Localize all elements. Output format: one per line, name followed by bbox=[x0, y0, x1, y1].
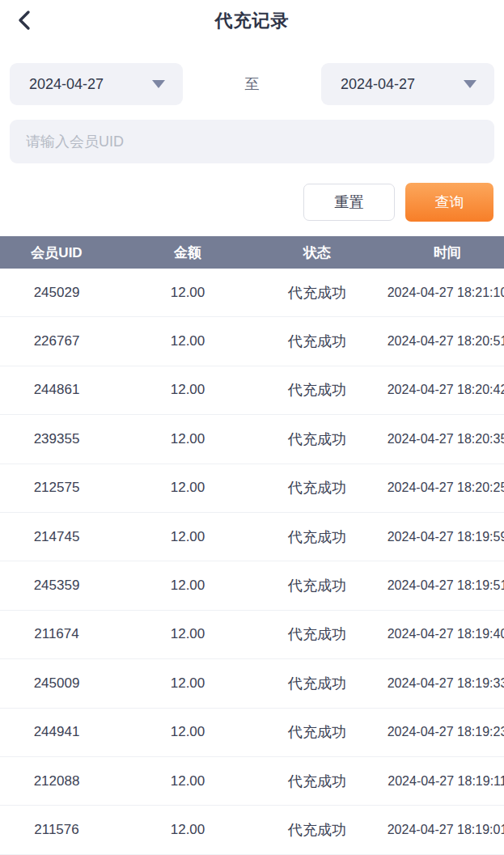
cell-time: 2024-04-27 18:19:59 bbox=[372, 530, 504, 544]
table-row: 211674 12.00 代充成功 2024-04-27 18:19:40 bbox=[0, 611, 504, 659]
date-from-value: 2024-04-27 bbox=[29, 76, 104, 93]
cell-member-uid: 245359 bbox=[0, 578, 113, 594]
table-row: 245029 12.00 代充成功 2024-04-27 18:21:10 bbox=[0, 269, 504, 317]
cell-amount: 12.00 bbox=[113, 382, 262, 398]
reset-button[interactable]: 重置 bbox=[303, 184, 395, 221]
page-title: 代充记录 bbox=[215, 9, 290, 33]
filter-actions: 重置 查询 bbox=[10, 183, 493, 222]
cell-time: 2024-04-27 18:20:51 bbox=[372, 334, 504, 349]
cell-amount: 12.00 bbox=[113, 333, 262, 349]
cell-member-uid: 245009 bbox=[0, 675, 113, 692]
date-to-value: 2024-04-27 bbox=[341, 76, 415, 93]
cell-status: 代充成功 bbox=[262, 380, 372, 400]
date-range-filter: 2024-04-27 至 2024-04-27 bbox=[10, 63, 494, 105]
cell-amount: 12.00 bbox=[113, 285, 262, 301]
chevron-down-icon bbox=[464, 80, 476, 88]
cell-amount: 12.00 bbox=[113, 822, 262, 838]
table-row: 244861 12.00 代充成功 2024-04-27 18:20:42 bbox=[0, 366, 504, 415]
table-row: 245009 12.00 代充成功 2024-04-27 18:19:33 bbox=[0, 659, 504, 708]
table-row: 226767 12.00 代充成功 2024-04-27 18:20:51 bbox=[0, 317, 504, 366]
date-to-select[interactable]: 2024-04-27 bbox=[321, 63, 494, 105]
cell-status: 代充成功 bbox=[262, 674, 372, 693]
app-bar: 代充记录 bbox=[0, 0, 504, 42]
column-header-amount: 金额 bbox=[113, 243, 262, 262]
table-header-row: 会员UID 金额 状态 时间 bbox=[0, 236, 504, 269]
cell-status: 代充成功 bbox=[262, 527, 372, 547]
cell-member-uid: 245029 bbox=[0, 285, 113, 301]
range-separator-label: 至 bbox=[183, 74, 321, 94]
chevron-down-icon bbox=[152, 80, 165, 88]
member-uid-input[interactable] bbox=[10, 120, 494, 163]
cell-amount: 12.00 bbox=[113, 578, 262, 594]
cell-amount: 12.00 bbox=[113, 431, 262, 447]
column-header-time: 时间 bbox=[372, 243, 504, 262]
cell-member-uid: 212575 bbox=[0, 480, 113, 496]
chevron-left-icon bbox=[16, 10, 32, 33]
cell-amount: 12.00 bbox=[113, 480, 262, 496]
cell-amount: 12.00 bbox=[113, 773, 262, 789]
cell-status: 代充成功 bbox=[262, 430, 372, 449]
cell-member-uid: 239355 bbox=[0, 431, 113, 447]
back-button[interactable] bbox=[8, 5, 40, 37]
cell-time: 2024-04-27 18:21:10 bbox=[372, 286, 504, 300]
cell-status: 代充成功 bbox=[262, 478, 372, 497]
cell-member-uid: 244941 bbox=[0, 724, 113, 740]
table-row: 211576 12.00 代充成功 2024-04-27 18:19:01 bbox=[0, 806, 504, 854]
table-row: 239355 12.00 代充成功 2024-04-27 18:20:35 bbox=[0, 415, 504, 463]
cell-member-uid: 211674 bbox=[0, 626, 113, 642]
table-row: 214745 12.00 代充成功 2024-04-27 18:19:59 bbox=[0, 513, 504, 561]
query-button[interactable]: 查询 bbox=[405, 183, 493, 222]
cell-status: 代充成功 bbox=[262, 576, 372, 595]
cell-time: 2024-04-27 18:19:01 bbox=[372, 823, 504, 837]
cell-member-uid: 226767 bbox=[0, 333, 113, 349]
table-row: 245359 12.00 代充成功 2024-04-27 18:19:51 bbox=[0, 561, 504, 610]
cell-status: 代充成功 bbox=[262, 332, 372, 351]
table-row: 212575 12.00 代充成功 2024-04-27 18:20:25 bbox=[0, 464, 504, 513]
cell-member-uid: 244861 bbox=[0, 382, 113, 398]
cell-member-uid: 211576 bbox=[0, 822, 113, 838]
table-row: 212088 12.00 代充成功 2024-04-27 18:19:11 bbox=[0, 757, 504, 806]
cell-time: 2024-04-27 18:20:35 bbox=[372, 432, 504, 447]
cell-time: 2024-04-27 18:20:42 bbox=[372, 383, 504, 397]
cell-member-uid: 214745 bbox=[0, 529, 113, 545]
cell-time: 2024-04-27 18:20:25 bbox=[372, 480, 504, 495]
cell-status: 代充成功 bbox=[262, 283, 372, 303]
cell-time: 2024-04-27 18:19:11 bbox=[372, 774, 504, 789]
cell-time: 2024-04-27 18:19:23 bbox=[372, 725, 504, 739]
cell-amount: 12.00 bbox=[113, 529, 262, 545]
table-row: 244941 12.00 代充成功 2024-04-27 18:19:23 bbox=[0, 709, 504, 757]
records-table: 会员UID 金额 状态 时间 245029 12.00 代充成功 2024-04… bbox=[0, 236, 504, 855]
cell-time: 2024-04-27 18:19:40 bbox=[372, 627, 504, 641]
cell-amount: 12.00 bbox=[113, 675, 262, 692]
column-header-status: 状态 bbox=[262, 243, 372, 262]
cell-member-uid: 212088 bbox=[0, 773, 113, 789]
cell-amount: 12.00 bbox=[113, 626, 262, 642]
cell-time: 2024-04-27 18:19:33 bbox=[372, 676, 504, 691]
cell-amount: 12.00 bbox=[113, 724, 262, 740]
cell-status: 代充成功 bbox=[262, 624, 372, 644]
table-body: 245029 12.00 代充成功 2024-04-27 18:21:10 22… bbox=[0, 269, 504, 855]
cell-status: 代充成功 bbox=[262, 772, 372, 791]
date-from-select[interactable]: 2024-04-27 bbox=[10, 63, 183, 105]
column-header-uid: 会员UID bbox=[0, 243, 113, 262]
cell-status: 代充成功 bbox=[262, 820, 372, 840]
cell-time: 2024-04-27 18:19:51 bbox=[372, 578, 504, 593]
cell-status: 代充成功 bbox=[262, 722, 372, 742]
